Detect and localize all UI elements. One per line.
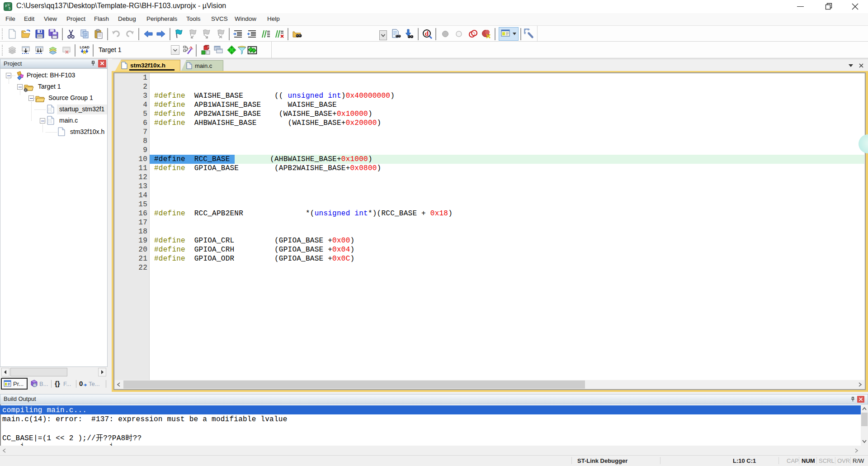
svg-text:d: d bbox=[425, 30, 429, 37]
svg-text:?: ? bbox=[34, 383, 36, 387]
svg-text:LOAD: LOAD bbox=[80, 45, 90, 49]
svg-text:5: 5 bbox=[9, 7, 10, 10]
